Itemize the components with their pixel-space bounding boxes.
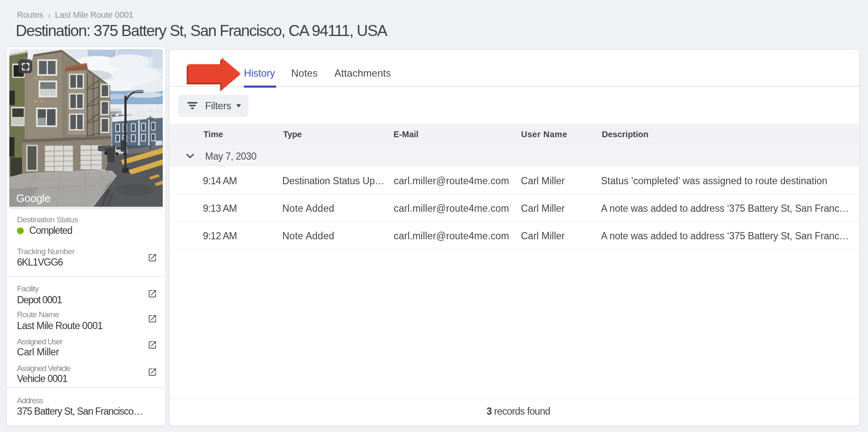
svg-text:Google: Google: [16, 192, 50, 205]
